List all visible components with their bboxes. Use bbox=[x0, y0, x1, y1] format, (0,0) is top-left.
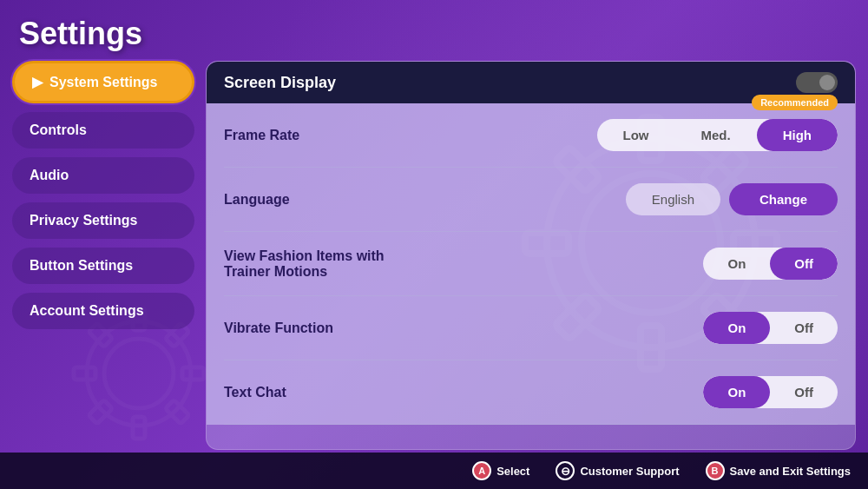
sidebar-item-system-settings[interactable]: ▶ System Settings bbox=[12, 61, 194, 103]
a-button-icon: A bbox=[472, 461, 491, 480]
bottom-action-customer-support: ⊖ Customer Support bbox=[556, 461, 679, 480]
frame-rate-med[interactable]: Med. bbox=[675, 119, 757, 151]
minus-button-icon: ⊖ bbox=[556, 461, 575, 480]
text-chat-off[interactable]: Off bbox=[770, 376, 838, 408]
sidebar-item-controls[interactable]: Controls bbox=[12, 112, 194, 149]
sidebar-label-controls: Controls bbox=[30, 122, 87, 138]
vibrate-toggle: On Off bbox=[703, 312, 838, 344]
b-button-icon: B bbox=[706, 461, 725, 480]
language-value: English bbox=[626, 183, 720, 215]
text-chat-toggle: On Off bbox=[703, 376, 838, 408]
main-panel: Screen Display Frame Rate Recommended Lo… bbox=[206, 61, 856, 450]
bottom-bar: A Select ⊖ Customer Support B Save and E… bbox=[0, 453, 868, 489]
section-toggle[interactable] bbox=[796, 72, 838, 93]
sidebar-item-audio[interactable]: Audio bbox=[12, 157, 194, 194]
sidebar-label-account-settings: Account Settings bbox=[30, 303, 144, 319]
frame-rate-control: Recommended Low Med. High bbox=[597, 119, 838, 151]
sidebar-item-privacy-settings[interactable]: Privacy Settings bbox=[12, 202, 194, 239]
fashion-items-label: View Fashion Items withTrainer Motions bbox=[224, 248, 385, 280]
frame-rate-label: Frame Rate bbox=[224, 128, 299, 143]
sidebar-item-button-settings[interactable]: Button Settings bbox=[12, 248, 194, 284]
fashion-items-off[interactable]: Off bbox=[770, 248, 838, 280]
fashion-items-toggle: On Off bbox=[703, 248, 838, 280]
bottom-action-save-exit: B Save and Exit Settings bbox=[706, 461, 851, 480]
frame-rate-low[interactable]: Low bbox=[597, 119, 675, 151]
recommended-badge: Recommended bbox=[752, 95, 838, 110]
customer-support-label: Customer Support bbox=[580, 465, 679, 478]
save-exit-label: Save and Exit Settings bbox=[730, 465, 851, 478]
language-row: Language English Change bbox=[224, 168, 838, 232]
sidebar-item-account-settings[interactable]: Account Settings bbox=[12, 293, 194, 329]
section-title: Screen Display bbox=[224, 74, 336, 92]
frame-rate-toggle-group: Low Med. High bbox=[597, 119, 838, 151]
sidebar-label-audio: Audio bbox=[30, 168, 69, 183]
vibrate-on[interactable]: On bbox=[703, 312, 770, 344]
page-title: Settings bbox=[19, 16, 142, 52]
vibrate-row: Vibrate Function On Off bbox=[224, 296, 838, 360]
language-label: Language bbox=[224, 192, 290, 208]
bottom-action-select: A Select bbox=[472, 461, 529, 480]
sidebar-label-button-settings: Button Settings bbox=[30, 258, 133, 274]
sidebar-label-privacy-settings: Privacy Settings bbox=[30, 213, 138, 228]
frame-rate-high[interactable]: High bbox=[757, 119, 838, 151]
settings-content: Frame Rate Recommended Low Med. High Lan… bbox=[207, 103, 855, 425]
vibrate-label: Vibrate Function bbox=[224, 320, 333, 336]
sidebar-label-system-settings: System Settings bbox=[49, 75, 157, 90]
frame-rate-row: Frame Rate Recommended Low Med. High bbox=[224, 103, 838, 168]
text-chat-label: Text Chat bbox=[224, 385, 286, 400]
fashion-items-on[interactable]: On bbox=[703, 248, 770, 280]
language-control: English Change bbox=[626, 183, 838, 215]
text-chat-on[interactable]: On bbox=[703, 376, 770, 408]
active-arrow-icon: ▶ bbox=[32, 74, 43, 90]
sidebar: ▶ System Settings Controls Audio Privacy… bbox=[12, 61, 194, 329]
vibrate-off[interactable]: Off bbox=[770, 312, 838, 344]
svg-point-11 bbox=[104, 339, 174, 408]
text-chat-row: Text Chat On Off bbox=[224, 360, 838, 425]
fashion-items-row: View Fashion Items withTrainer Motions O… bbox=[224, 232, 838, 296]
select-label: Select bbox=[496, 465, 529, 478]
language-change-button[interactable]: Change bbox=[729, 183, 838, 215]
